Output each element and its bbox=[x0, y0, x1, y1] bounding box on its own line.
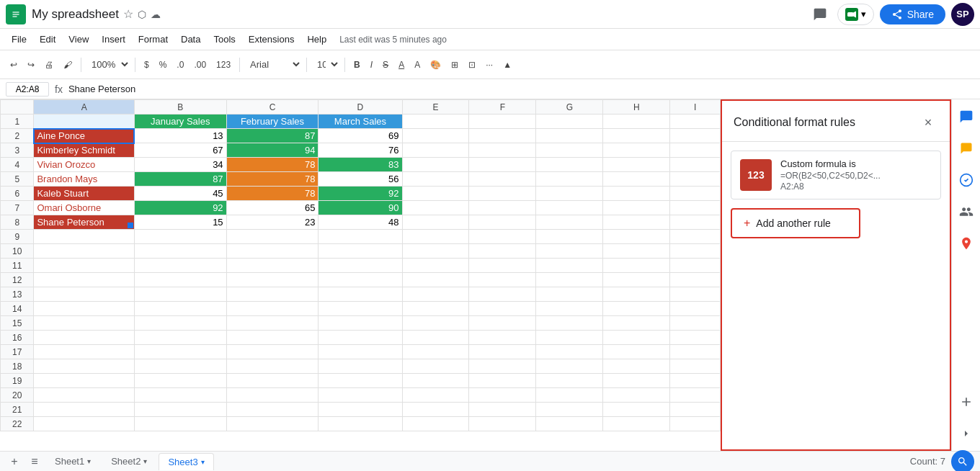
format-number-button[interactable]: 123 bbox=[212, 57, 235, 73]
more-toolbar-button[interactable]: ··· bbox=[481, 57, 497, 73]
currency-button[interactable]: $ bbox=[140, 57, 153, 73]
cell-c5[interactable]: 78 bbox=[226, 172, 318, 187]
cell-b6[interactable]: 45 bbox=[134, 187, 226, 201]
col-header-a[interactable]: A bbox=[34, 100, 134, 115]
add-sheet-button[interactable]: + bbox=[6, 453, 23, 470]
strikethrough-button[interactable]: S bbox=[378, 57, 393, 73]
cell-reference-input[interactable] bbox=[6, 82, 49, 97]
font-select[interactable]: Arial bbox=[244, 57, 302, 72]
col-header-e[interactable]: E bbox=[402, 100, 469, 115]
cell-b1[interactable]: January Sales bbox=[134, 115, 226, 129]
decimal-increase-button[interactable]: .00 bbox=[190, 57, 210, 73]
cell-i3[interactable] bbox=[670, 143, 721, 158]
cell-d7[interactable]: 90 bbox=[318, 201, 402, 215]
cell-i7[interactable] bbox=[670, 201, 721, 215]
cell-e2[interactable] bbox=[402, 129, 469, 143]
cell-b7[interactable]: 92 bbox=[134, 201, 226, 215]
user-avatar[interactable]: SP bbox=[951, 3, 974, 26]
underline-button[interactable]: A bbox=[394, 57, 409, 73]
meet-button[interactable]: ▾ bbox=[837, 4, 874, 25]
comments-button[interactable] bbox=[808, 3, 832, 26]
sidebar-chat-icon[interactable] bbox=[955, 105, 978, 128]
cell-b4[interactable]: 34 bbox=[134, 158, 226, 172]
cloud-icon[interactable]: ☁ bbox=[151, 9, 161, 20]
cell-h3[interactable] bbox=[603, 143, 670, 158]
cell-g4[interactable] bbox=[536, 158, 603, 172]
paint-format-button[interactable]: 🖌 bbox=[59, 57, 76, 73]
zoom-select[interactable]: 100% bbox=[86, 57, 130, 72]
cell-i8[interactable] bbox=[670, 215, 721, 230]
star-icon[interactable]: ☆ bbox=[123, 7, 133, 21]
cell-d1[interactable]: March Sales bbox=[318, 115, 402, 129]
cell-e5[interactable] bbox=[402, 172, 469, 187]
col-header-b[interactable]: B bbox=[134, 100, 226, 115]
sidebar-expand-icon[interactable] bbox=[955, 422, 978, 445]
cell-a8[interactable]: Shane Peterson bbox=[34, 215, 134, 230]
undo-button[interactable]: ↩ bbox=[6, 57, 22, 73]
cell-i5[interactable] bbox=[670, 172, 721, 187]
share-button[interactable]: Share bbox=[880, 4, 945, 24]
col-header-h[interactable]: H bbox=[603, 100, 670, 115]
cell-d6[interactable]: 92 bbox=[318, 187, 402, 201]
menu-format[interactable]: Format bbox=[133, 31, 174, 48]
cell-a3[interactable]: Kimberley Schmidt bbox=[34, 143, 134, 158]
sidebar-add-icon[interactable] bbox=[955, 390, 978, 413]
sheet2-dropdown-icon[interactable]: ▾ bbox=[143, 457, 147, 465]
sheet-tab-sheet1[interactable]: Sheet1 ▾ bbox=[46, 453, 99, 470]
cell-h2[interactable] bbox=[603, 129, 670, 143]
menu-edit[interactable]: Edit bbox=[34, 31, 61, 48]
explore-button[interactable] bbox=[951, 450, 974, 472]
menu-file[interactable]: File bbox=[6, 31, 32, 48]
cell-c7[interactable]: 65 bbox=[226, 201, 318, 215]
cell-g2[interactable] bbox=[536, 129, 603, 143]
cell-e1[interactable] bbox=[402, 115, 469, 129]
cell-a2[interactable]: Aine Ponce bbox=[34, 129, 134, 143]
cell-e3[interactable] bbox=[402, 143, 469, 158]
cell-b3[interactable]: 67 bbox=[134, 143, 226, 158]
redo-button[interactable]: ↪ bbox=[23, 57, 39, 73]
cell-g5[interactable] bbox=[536, 172, 603, 187]
cell-b2[interactable]: 13 bbox=[134, 129, 226, 143]
cf-rule-card[interactable]: 123 Custom formula is =OR(B2<50,C2<50,D2… bbox=[731, 151, 941, 199]
sheet-tab-sheet3[interactable]: Sheet3 ▾ bbox=[159, 453, 213, 470]
cell-a4[interactable]: Vivian Orozco bbox=[34, 158, 134, 172]
add-rule-button[interactable]: + Add another rule bbox=[731, 208, 860, 238]
cell-c6[interactable]: 78 bbox=[226, 187, 318, 201]
cell-h4[interactable] bbox=[603, 158, 670, 172]
sheet3-dropdown-icon[interactable]: ▾ bbox=[201, 458, 205, 466]
cell-h7[interactable] bbox=[603, 201, 670, 215]
cell-f6[interactable] bbox=[469, 187, 536, 201]
cf-close-button[interactable]: × bbox=[918, 112, 938, 133]
cell-c4[interactable]: 78 bbox=[226, 158, 318, 172]
formula-input[interactable] bbox=[68, 84, 974, 94]
spreadsheet[interactable]: A B C D E F G H I 1 bbox=[0, 99, 721, 451]
cell-f7[interactable] bbox=[469, 201, 536, 215]
menu-tools[interactable]: Tools bbox=[208, 31, 241, 48]
cell-c8[interactable]: 23 bbox=[226, 215, 318, 230]
cell-d5[interactable]: 56 bbox=[318, 172, 402, 187]
cell-g1[interactable] bbox=[536, 115, 603, 129]
cell-a7[interactable]: Omari Osborne bbox=[34, 201, 134, 215]
font-size-select[interactable]: 10 bbox=[311, 57, 340, 72]
percent-button[interactable]: % bbox=[155, 57, 172, 73]
cell-e6[interactable] bbox=[402, 187, 469, 201]
menu-view[interactable]: View bbox=[63, 31, 94, 48]
cell-a1[interactable] bbox=[34, 115, 134, 129]
cell-f1[interactable] bbox=[469, 115, 536, 129]
toolbar-overflow-button[interactable]: ▲ bbox=[499, 57, 516, 73]
menu-data[interactable]: Data bbox=[175, 31, 206, 48]
cell-d4[interactable]: 83 bbox=[318, 158, 402, 172]
italic-button[interactable]: I bbox=[366, 57, 377, 73]
cell-f5[interactable] bbox=[469, 172, 536, 187]
cell-e7[interactable] bbox=[402, 201, 469, 215]
text-color-button[interactable]: A bbox=[410, 57, 424, 73]
col-header-i[interactable]: I bbox=[670, 100, 721, 115]
cell-h5[interactable] bbox=[603, 172, 670, 187]
cell-c1[interactable]: February Sales bbox=[226, 115, 318, 129]
cell-e4[interactable] bbox=[402, 158, 469, 172]
cell-g6[interactable] bbox=[536, 187, 603, 201]
cell-f4[interactable] bbox=[469, 158, 536, 172]
bold-button[interactable]: B bbox=[349, 57, 365, 73]
sidebar-maps-icon[interactable] bbox=[955, 232, 978, 255]
cell-a5[interactable]: Brandon Mays bbox=[34, 172, 134, 187]
